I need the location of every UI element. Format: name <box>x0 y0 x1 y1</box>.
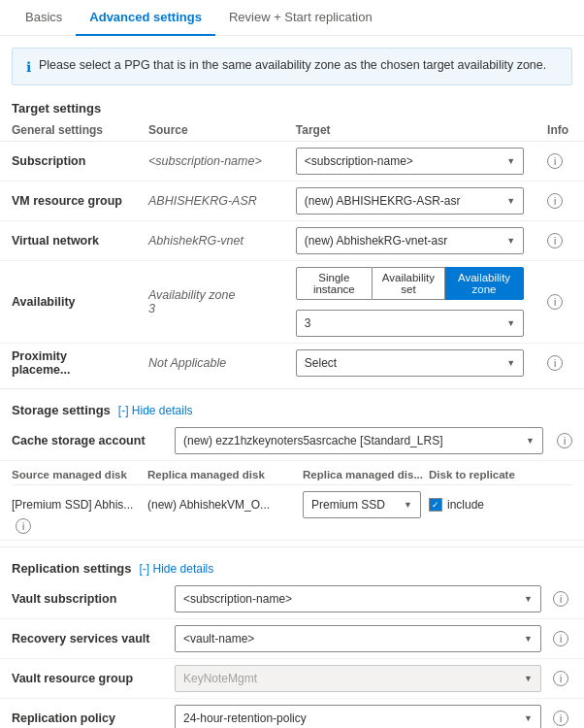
table-row: Availability Availability zone 3 Single … <box>0 261 584 344</box>
subscription-source: <subscription-name> <box>148 154 262 168</box>
chevron-down-icon: ▼ <box>506 358 515 368</box>
include-checkbox[interactable]: ✓ <box>429 498 442 512</box>
info-circle-icon[interactable]: i <box>557 433 572 448</box>
vault-resource-group-dropdown[interactable]: KeyNoteMgmt ▼ <box>175 665 541 692</box>
chevron-down-icon: ▼ <box>506 318 515 328</box>
info-circle-icon[interactable]: i <box>547 294 563 310</box>
replication-policy-label: Replication policy <box>12 711 167 725</box>
table-row: VM resource group ABHISHEKRG-ASR (new) A… <box>0 182 584 221</box>
subscription-dropdown[interactable]: <subscription-name> ▼ <box>296 148 524 175</box>
availability-source: Availability zone 3 <box>148 288 273 315</box>
chevron-down-icon: ▼ <box>526 436 535 446</box>
col-header-source: Source <box>137 119 284 142</box>
storage-settings-header: Storage settings [-] Hide details <box>0 395 584 421</box>
chevron-down-icon: ▼ <box>506 156 515 166</box>
replication-hide-link[interactable]: [-] Hide details <box>140 562 214 576</box>
replica-disk-cell: (new) AbhishekVM_O... <box>147 498 303 512</box>
chevron-down-icon: ▼ <box>524 594 533 604</box>
replication-settings-title: Replication settings <box>12 561 132 576</box>
source-disk-cell: [Premium SSD] Abhis... <box>12 498 147 512</box>
vm-resource-group-dropdown-value: (new) ABHISHEKRG-ASR-asr <box>305 194 461 208</box>
vault-subscription-value: <subscription-name> ▼ <box>175 585 541 612</box>
col-header-info: Info <box>535 119 584 142</box>
info-icon: ℹ <box>26 59 31 75</box>
info-banner-text: Please select a PPG that is in the same … <box>39 58 546 72</box>
vm-resource-group-source: ABHISHEKRG-ASR <box>148 194 257 208</box>
storage-col-disk-replicate: Disk to replicate <box>429 465 572 485</box>
vm-resource-group-dropdown[interactable]: (new) ABHISHEKRG-ASR-asr ▼ <box>296 187 524 215</box>
info-circle-icon[interactable]: i <box>547 153 563 169</box>
storage-col-source-disk: Source managed disk <box>12 465 147 485</box>
replication-policy-dropdown[interactable]: 24-hour-retention-policy ▼ <box>175 705 541 728</box>
vault-subscription-dropdown[interactable]: <subscription-name> ▼ <box>175 585 541 612</box>
avail-availability-set-button[interactable]: Availability set <box>373 267 445 300</box>
col-header-target: Target <box>284 119 535 142</box>
replication-settings-header: Replication settings [-] Hide details <box>0 553 584 579</box>
replication-policy-value: 24-hour-retention-policy ▼ <box>175 705 541 728</box>
target-settings-title: Target settings <box>0 93 584 119</box>
replica-dis-cell: Premium SSD ▼ <box>303 491 429 518</box>
divider <box>0 546 584 547</box>
proximity-placement-dropdown[interactable]: Select ▼ <box>296 349 524 377</box>
info-circle-icon[interactable]: i <box>16 518 31 534</box>
info-circle-icon[interactable]: i <box>553 591 568 607</box>
tab-bar: Basics Advanced settings Review + Start … <box>0 0 584 36</box>
divider <box>0 388 584 389</box>
target-settings-table: General settings Source Target Info Subs… <box>0 119 584 382</box>
vault-subscription-row: Vault subscription <subscription-name> ▼… <box>0 579 584 619</box>
proximity-placement-dropdown-value: Select <box>305 356 337 370</box>
vault-subscription-label: Vault subscription <box>12 592 167 606</box>
info-circle-icon[interactable]: i <box>553 671 568 686</box>
storage-columns-header: Source managed disk Replica managed disk… <box>0 461 584 485</box>
subscription-dropdown-value: <subscription-name> <box>305 154 413 168</box>
col-header-general: General settings <box>0 119 137 142</box>
storage-col-replica-dis: Replica managed dis... <box>303 465 429 485</box>
recovery-services-vault-label: Recovery services vault <box>12 632 167 645</box>
info-banner: ℹ Please select a PPG that is in the sam… <box>12 48 572 85</box>
proximity-placement-label: Proximity placeme... <box>12 349 70 377</box>
chevron-down-icon: ▼ <box>506 236 515 246</box>
info-circle-icon[interactable]: i <box>547 193 563 209</box>
cache-storage-dropdown[interactable]: (new) ezz1hzkeynoters5asrcache [Standard… <box>175 427 543 454</box>
vault-resource-group-row: Vault resource group KeyNoteMgmt ▼ i <box>0 659 584 699</box>
proximity-placement-source: Not Applicable <box>148 356 226 370</box>
virtual-network-dropdown[interactable]: (new) AbhishekRG-vnet-asr ▼ <box>296 227 524 254</box>
chevron-down-icon: ▼ <box>524 713 533 723</box>
recovery-services-vault-dropdown-value: <vault-name> <box>183 632 254 645</box>
cache-storage-dropdown-value: (new) ezz1hzkeynoters5asrcache [Standard… <box>183 434 442 447</box>
info-circle-icon[interactable]: i <box>547 355 563 371</box>
storage-data-row: [Premium SSD] Abhis... (new) AbhishekVM_… <box>0 485 584 541</box>
info-circle-icon[interactable]: i <box>547 233 563 248</box>
info-circle-icon[interactable]: i <box>553 631 568 646</box>
recovery-services-vault-row: Recovery services vault <vault-name> ▼ i <box>0 619 584 659</box>
availability-source-line2: 3 <box>148 302 273 315</box>
replication-settings-rows: Vault subscription <subscription-name> ▼… <box>0 579 584 728</box>
availability-buttons: Single instance Availability set Availab… <box>296 267 524 300</box>
replication-policy-dropdown-value: 24-hour-retention-policy <box>183 711 307 725</box>
tab-advanced-settings[interactable]: Advanced settings <box>76 0 215 36</box>
vault-subscription-dropdown-value: <subscription-name> <box>183 592 292 606</box>
subscription-label: Subscription <box>12 154 85 168</box>
replica-dis-dropdown[interactable]: Premium SSD ▼ <box>303 491 421 518</box>
availability-source-line1: Availability zone <box>148 288 273 302</box>
table-row: Subscription <subscription-name> <subscr… <box>0 142 584 182</box>
cache-storage-row: Cache storage account (new) ezz1hzkeynot… <box>0 421 584 461</box>
chevron-down-icon: ▼ <box>524 634 533 644</box>
availability-zone-dropdown[interactable]: 3 ▼ <box>296 310 524 337</box>
info-circle-icon[interactable]: i <box>553 711 568 726</box>
availability-zone-dropdown-value: 3 <box>305 316 311 330</box>
tab-review-start[interactable]: Review + Start replication <box>215 0 386 36</box>
virtual-network-dropdown-value: (new) AbhishekRG-vnet-asr <box>305 234 447 248</box>
recovery-services-vault-dropdown[interactable]: <vault-name> ▼ <box>175 625 541 652</box>
table-row: Virtual network AbhishekRG-vnet (new) Ab… <box>0 221 584 261</box>
disk-replicate-cell: ✓ include <box>429 498 572 512</box>
storage-hide-link[interactable]: [-] Hide details <box>118 404 193 417</box>
tab-basics[interactable]: Basics <box>12 0 76 36</box>
replica-dis-dropdown-value: Premium SSD <box>311 498 385 512</box>
availability-target: Single instance Availability set Availab… <box>296 267 524 337</box>
avail-single-instance-button[interactable]: Single instance <box>296 267 373 300</box>
vault-resource-group-value: KeyNoteMgmt ▼ <box>175 665 541 692</box>
table-row: Proximity placeme... Not Applicable Sele… <box>0 344 584 383</box>
include-checkbox-wrap: ✓ include <box>429 498 565 512</box>
avail-availability-zone-button[interactable]: Availability zone <box>445 267 524 300</box>
